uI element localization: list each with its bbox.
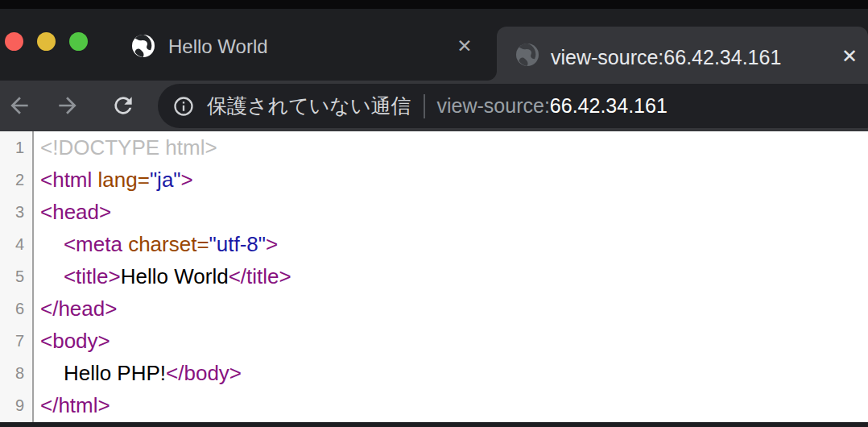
source-line: <html lang="ja"> <box>40 164 868 196</box>
source-line: <!DOCTYPE html> <box>40 131 868 164</box>
info-icon[interactable] <box>172 95 195 118</box>
url-host[interactable]: 66.42.34.161 <box>550 94 668 118</box>
close-tab-icon[interactable]: ✕ <box>836 43 863 70</box>
line-number: 8 <box>0 357 32 389</box>
forward-arrow-icon <box>55 93 81 118</box>
line-number: 4 <box>0 228 32 260</box>
security-status-label[interactable]: 保護されていない通信 <box>207 93 411 119</box>
browser-toolbar: 保護されていない通信 view-source: 66.42.34.161 <box>0 81 868 131</box>
line-number: 7 <box>0 325 32 357</box>
tab-strip: Hello World ✕ view-source:66.42.34.161 ✕ <box>0 9 868 81</box>
code-area: <!DOCTYPE html><html lang="ja"><head> <m… <box>34 131 868 422</box>
reload-icon <box>110 93 136 118</box>
url-scheme[interactable]: view-source: <box>437 94 550 118</box>
source-line: </head> <box>40 292 868 325</box>
tab-hello-world[interactable]: Hello World ✕ <box>105 18 493 81</box>
source-line: Hello PHP!</body> <box>40 357 868 389</box>
window-bottom-edge <box>0 422 868 427</box>
source-line: <head> <box>40 196 868 228</box>
globe-favicon-icon-dimmed <box>515 43 539 70</box>
line-number: 3 <box>0 196 32 228</box>
reload-button[interactable] <box>108 90 138 121</box>
tab-view-source[interactable]: view-source:66.42.34.161 ✕ <box>497 27 868 81</box>
source-line: <body> <box>40 325 868 357</box>
minimize-window-button[interactable] <box>37 32 56 51</box>
line-number: 1 <box>0 131 32 164</box>
line-number: 2 <box>0 164 32 196</box>
back-button[interactable] <box>4 90 35 121</box>
tab-title: Hello World <box>168 34 268 58</box>
address-bar[interactable]: 保護されていない通信 view-source: 66.42.34.161 <box>158 84 868 128</box>
source-line: </html> <box>40 389 868 421</box>
omnibox-separator <box>424 94 425 118</box>
forward-button[interactable] <box>52 90 83 121</box>
close-window-button[interactable] <box>5 32 23 51</box>
window-top-edge <box>0 0 868 9</box>
source-line: <title>Hello World</title> <box>40 260 868 292</box>
back-arrow-icon <box>6 93 32 118</box>
line-number: 9 <box>0 389 32 421</box>
zoom-window-button[interactable] <box>69 32 88 51</box>
tab-title: view-source:66.42.34.161 <box>551 44 781 70</box>
source-line: <meta charset="utf-8"> <box>40 228 868 260</box>
line-number: 5 <box>0 260 32 292</box>
close-tab-icon[interactable]: ✕ <box>452 33 477 59</box>
view-source-content: 123456789 <!DOCTYPE html><html lang="ja"… <box>0 131 868 422</box>
browser-window: Hello World ✕ view-source:66.42.34.161 ✕ <box>0 0 868 427</box>
globe-favicon-icon <box>131 34 155 61</box>
line-number-gutter: 123456789 <box>0 131 34 422</box>
line-number: 6 <box>0 292 32 325</box>
